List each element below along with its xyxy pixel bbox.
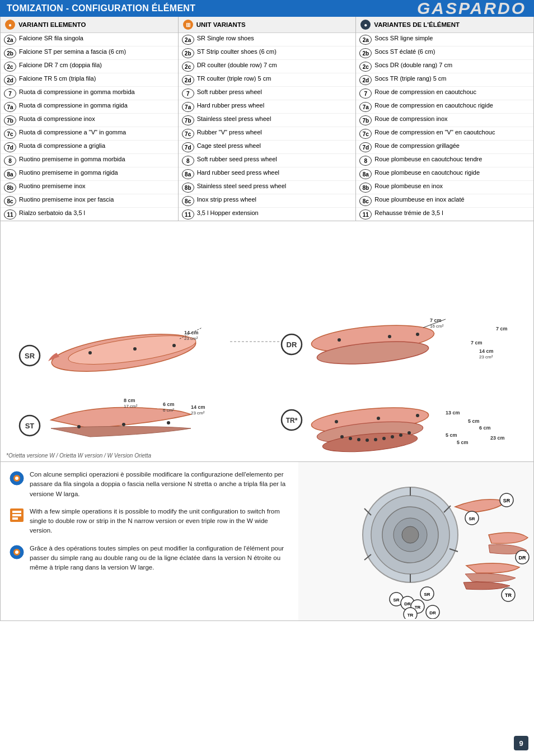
page-number: 9 bbox=[514, 736, 528, 750]
table-row: 2cSocs DR (double rang) 7 cm bbox=[356, 60, 533, 73]
table-row: 7bStainless steel press wheel bbox=[179, 114, 356, 127]
svg-text:14 cm: 14 cm bbox=[184, 330, 199, 335]
svg-text:6 cm²: 6 cm² bbox=[163, 408, 174, 413]
table-row: 7aRuota di compressione in gomma rigida bbox=[1, 100, 178, 114]
row-badge: 8c bbox=[359, 196, 372, 206]
svg-rect-64 bbox=[12, 511, 21, 513]
row-badge: 11 bbox=[182, 209, 194, 220]
svg-text:5 cm: 5 cm bbox=[457, 440, 469, 445]
text-block-fr: Grâce à des opérations toutes simples on… bbox=[10, 544, 289, 573]
table-row: 7cRoue de compression en "V" en caoutcho… bbox=[356, 127, 533, 141]
row-text: Stainless steel press wheel bbox=[197, 115, 353, 123]
row-text: Falcione SR fila singola bbox=[19, 34, 175, 43]
row-text: Ruota di compressione in gomma rigida bbox=[19, 101, 175, 110]
svg-point-51 bbox=[357, 438, 360, 441]
svg-point-15 bbox=[172, 344, 176, 347]
table-row: 7Soft rubber press wheel bbox=[179, 87, 356, 100]
table-row: 7cRuota di compressione a "V" in gomma bbox=[1, 127, 178, 141]
row-badge: 2c bbox=[182, 62, 194, 72]
svg-text:SR: SR bbox=[424, 592, 430, 597]
svg-point-14 bbox=[133, 347, 137, 351]
table-row: 2cDR coulter (double row) 7 cm bbox=[179, 60, 356, 73]
svg-point-24 bbox=[167, 421, 170, 424]
row-text: Roue plombeuse en caoutchouc tendre bbox=[374, 155, 530, 164]
row-badge: 7 bbox=[4, 88, 16, 99]
svg-text:8 cm: 8 cm bbox=[124, 398, 135, 403]
row-badge: 2d bbox=[359, 75, 372, 85]
table-row: 7aRoue de compression en caoutchouc rigi… bbox=[356, 100, 533, 114]
table-row: 8cRoue ploumbeuse en inox aclaté bbox=[356, 194, 533, 208]
row-badge: 8c bbox=[182, 196, 194, 206]
table-row: 7dRuota di compressione a griglia bbox=[1, 141, 178, 154]
row-text: Roue de compression inox bbox=[374, 115, 530, 123]
row-text: Rubber "V" press wheel bbox=[197, 128, 353, 137]
svg-text:23 cm²: 23 cm² bbox=[184, 336, 198, 341]
svg-text:TR: TR bbox=[505, 592, 512, 598]
svg-text:5 cm: 5 cm bbox=[468, 418, 480, 424]
row-text: Rialzo serbatoio da 3,5 l bbox=[19, 209, 175, 217]
row-badge: 2d bbox=[182, 75, 194, 85]
svg-text:17 cm²: 17 cm² bbox=[124, 404, 138, 409]
svg-text:SR: SR bbox=[25, 352, 35, 360]
table-row: 7dCage steel press wheel bbox=[179, 141, 356, 154]
row-text: ST Strip coulter shoes (6 cm) bbox=[197, 48, 353, 56]
row-text: Socs TR (triple rang) 5 cm bbox=[374, 74, 530, 83]
row-text: Cage steel press wheel bbox=[197, 142, 353, 150]
row-badge: 2d bbox=[4, 75, 16, 85]
svg-text:7 cm: 7 cm bbox=[496, 326, 508, 332]
it-text: Con alcune semplici operazioni è possibi… bbox=[30, 470, 289, 499]
row-text: Hard rubber press wheel bbox=[197, 101, 353, 110]
svg-point-36 bbox=[416, 333, 419, 336]
row-badge: 7b bbox=[4, 115, 16, 125]
row-text: Soft rubber press wheel bbox=[197, 88, 353, 96]
row-text: Roue plombeuse en caoutchouc rigide bbox=[374, 169, 530, 177]
row-badge: 2a bbox=[182, 35, 194, 45]
col-unit: ⊞ UNIT VARIANTS 2aSR Single row shoes2bS… bbox=[179, 17, 357, 221]
row-text: Ruota di compressione in gomma morbida bbox=[19, 88, 175, 96]
svg-text:23 cm: 23 cm bbox=[490, 435, 505, 441]
fr-icon bbox=[10, 545, 24, 561]
svg-point-53 bbox=[374, 438, 377, 441]
svg-text:5 cm: 5 cm bbox=[446, 432, 457, 438]
svg-point-49 bbox=[340, 435, 344, 438]
table-row: 7bRoue de compression inox bbox=[356, 114, 533, 127]
svg-text:6 cm: 6 cm bbox=[479, 425, 491, 431]
row-text: SR Single row shoes bbox=[197, 34, 353, 43]
row-badge: 8a bbox=[4, 169, 16, 179]
it-icon bbox=[10, 471, 24, 487]
row-text: 3,5 l Hopper extension bbox=[197, 209, 353, 217]
row-text: Ruotino premiseme inox per fascia bbox=[19, 195, 175, 204]
row-badge: 7c bbox=[359, 129, 372, 139]
svg-point-48 bbox=[416, 414, 419, 417]
row-text: Roue de compression en "V" en caoutchouc bbox=[374, 128, 530, 137]
table-row: 8cRuotino premiseme inox per fascia bbox=[1, 194, 178, 208]
row-text: Roue de compression en caoutchouc bbox=[374, 88, 530, 96]
row-text: Stainless steel seed press wheel bbox=[197, 182, 353, 190]
row-text: Socs ST éclaté (6 cm) bbox=[374, 48, 530, 56]
table-row: 7Ruota di compressione in gomma morbida bbox=[1, 87, 178, 100]
row-badge: 2b bbox=[4, 48, 16, 58]
row-badge: 7c bbox=[182, 129, 194, 139]
row-badge: 2c bbox=[359, 62, 372, 72]
row-badge: 7b bbox=[359, 115, 372, 125]
svg-text:DR: DR bbox=[287, 340, 297, 349]
svg-rect-65 bbox=[12, 514, 21, 516]
svg-rect-66 bbox=[12, 517, 18, 520]
row-badge: 8 bbox=[182, 156, 194, 166]
table-row: 8bRoue plombeuse en inox bbox=[356, 181, 533, 194]
row-badge: 7d bbox=[182, 142, 194, 152]
row-text: Falcione TR 5 cm (tripla fila) bbox=[19, 74, 175, 83]
col-varianti: ● VARIANTI ELEMENTO 2aFalcione SR fila s… bbox=[1, 17, 179, 221]
row-badge: 8b bbox=[182, 183, 194, 193]
table-row: 113,5 l Hopper extension bbox=[179, 208, 356, 221]
row-badge: 7 bbox=[359, 88, 372, 99]
svg-point-54 bbox=[382, 437, 386, 440]
table-row: 2bSocs ST éclaté (6 cm) bbox=[356, 46, 533, 60]
page-title: TOMIZATION - CONFIGURATION ÉLÉMENT bbox=[7, 3, 195, 13]
svg-text:23 cm²: 23 cm² bbox=[191, 410, 205, 416]
svg-text:TR*: TR* bbox=[286, 417, 298, 424]
svg-point-55 bbox=[391, 435, 394, 438]
table-row: 7bRuota di compressione inox bbox=[1, 114, 178, 127]
table-row: 7Roue de compression en caoutchouc bbox=[356, 87, 533, 100]
col2-title: UNIT VARIANTS bbox=[196, 21, 246, 28]
